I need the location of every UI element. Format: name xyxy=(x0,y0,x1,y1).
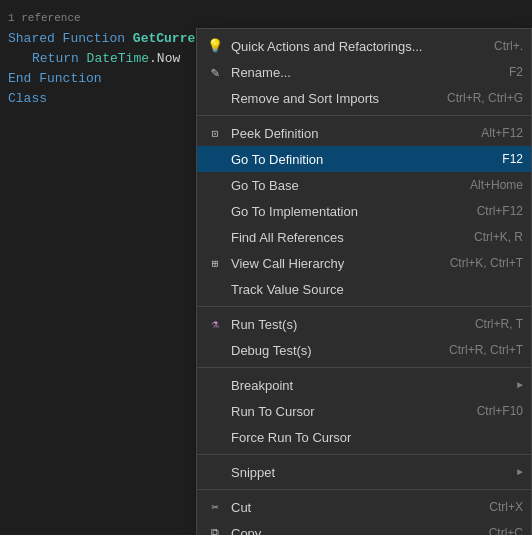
menu-shortcut-cut: Ctrl+X xyxy=(489,500,523,514)
menu-label-breakpoint: Breakpoint xyxy=(231,378,509,393)
rename-icon: ✎ xyxy=(205,62,225,82)
menu-item-go-to-definition[interactable]: Go To Definition F12 xyxy=(197,146,531,172)
separator-3 xyxy=(197,367,531,368)
menu-item-force-run-to-cursor[interactable]: Force Run To Cursor xyxy=(197,424,531,450)
menu-shortcut-copy: Ctrl+C xyxy=(489,526,523,535)
reference-hint: 1 reference xyxy=(8,12,81,24)
menu-item-go-to-base[interactable]: Go To Base Alt+Home xyxy=(197,172,531,198)
menu-item-cut[interactable]: ✂ Cut Ctrl+X xyxy=(197,494,531,520)
menu-shortcut-go-to-implementation: Ctrl+F12 xyxy=(477,204,523,218)
menu-shortcut-peek-definition: Alt+F12 xyxy=(481,126,523,140)
menu-label-run-tests: Run Test(s) xyxy=(231,317,459,332)
menu-label-snippet: Snippet xyxy=(231,465,509,480)
separator-4 xyxy=(197,454,531,455)
separator-1 xyxy=(197,115,531,116)
flask-icon: ⚗ xyxy=(205,314,225,334)
menu-item-run-to-cursor[interactable]: Run To Cursor Ctrl+F10 xyxy=(197,398,531,424)
separator-5 xyxy=(197,489,531,490)
menu-label-go-to-implementation: Go To Implementation xyxy=(231,204,461,219)
menu-item-view-call-hierarchy[interactable]: ⊞ View Call Hierarchy Ctrl+K, Ctrl+T xyxy=(197,250,531,276)
menu-shortcut-run-tests: Ctrl+R, T xyxy=(475,317,523,331)
menu-item-rename[interactable]: ✎ Rename... F2 xyxy=(197,59,531,85)
menu-label-find-all-references: Find All References xyxy=(231,230,458,245)
breakpoint-arrow: ► xyxy=(517,380,523,391)
menu-item-snippet[interactable]: Snippet ► xyxy=(197,459,531,485)
context-menu: 💡 Quick Actions and Refactorings... Ctrl… xyxy=(196,28,532,535)
menu-label-rename: Rename... xyxy=(231,65,493,80)
menu-item-go-to-implementation[interactable]: Go To Implementation Ctrl+F12 xyxy=(197,198,531,224)
menu-shortcut-debug-tests: Ctrl+R, Ctrl+T xyxy=(449,343,523,357)
menu-shortcut-find-all-references: Ctrl+K, R xyxy=(474,230,523,244)
snippet-arrow: ► xyxy=(517,467,523,478)
menu-label-track-value-source: Track Value Source xyxy=(231,282,523,297)
menu-shortcut-view-call-hierarchy: Ctrl+K, Ctrl+T xyxy=(450,256,523,270)
menu-label-view-call-hierarchy: View Call Hierarchy xyxy=(231,256,434,271)
menu-label-copy: Copy xyxy=(231,526,473,536)
menu-item-copy[interactable]: ⧉ Copy Ctrl+C xyxy=(197,520,531,535)
menu-item-peek-definition[interactable]: ⊡ Peek Definition Alt+F12 xyxy=(197,120,531,146)
menu-label-cut: Cut xyxy=(231,500,473,515)
menu-item-remove-sort-imports[interactable]: Remove and Sort Imports Ctrl+R, Ctrl+G xyxy=(197,85,531,111)
cut-icon: ✂ xyxy=(205,497,225,517)
menu-item-track-value-source[interactable]: Track Value Source xyxy=(197,276,531,302)
menu-shortcut-run-to-cursor: Ctrl+F10 xyxy=(477,404,523,418)
menu-item-find-all-references[interactable]: Find All References Ctrl+K, R xyxy=(197,224,531,250)
menu-item-run-tests[interactable]: ⚗ Run Test(s) Ctrl+R, T xyxy=(197,311,531,337)
menu-shortcut-quick-actions: Ctrl+. xyxy=(494,39,523,53)
menu-shortcut-go-to-base: Alt+Home xyxy=(470,178,523,192)
menu-label-quick-actions: Quick Actions and Refactorings... xyxy=(231,39,478,54)
menu-shortcut-remove-sort-imports: Ctrl+R, Ctrl+G xyxy=(447,91,523,105)
menu-label-run-to-cursor: Run To Cursor xyxy=(231,404,461,419)
menu-label-debug-tests: Debug Test(s) xyxy=(231,343,433,358)
menu-shortcut-go-to-definition: F12 xyxy=(502,152,523,166)
menu-label-force-run-to-cursor: Force Run To Cursor xyxy=(231,430,523,445)
lightbulb-icon: 💡 xyxy=(205,36,225,56)
separator-2 xyxy=(197,306,531,307)
peek-icon: ⊡ xyxy=(205,123,225,143)
menu-item-quick-actions[interactable]: 💡 Quick Actions and Refactorings... Ctrl… xyxy=(197,33,531,59)
hierarchy-icon: ⊞ xyxy=(205,253,225,273)
menu-label-go-to-base: Go To Base xyxy=(231,178,454,193)
menu-item-breakpoint[interactable]: Breakpoint ► xyxy=(197,372,531,398)
menu-label-remove-sort-imports: Remove and Sort Imports xyxy=(231,91,431,106)
menu-label-go-to-definition: Go To Definition xyxy=(231,152,486,167)
menu-label-peek-definition: Peek Definition xyxy=(231,126,465,141)
copy-icon: ⧉ xyxy=(205,523,225,535)
menu-item-debug-tests[interactable]: Debug Test(s) Ctrl+R, Ctrl+T xyxy=(197,337,531,363)
menu-shortcut-rename: F2 xyxy=(509,65,523,79)
